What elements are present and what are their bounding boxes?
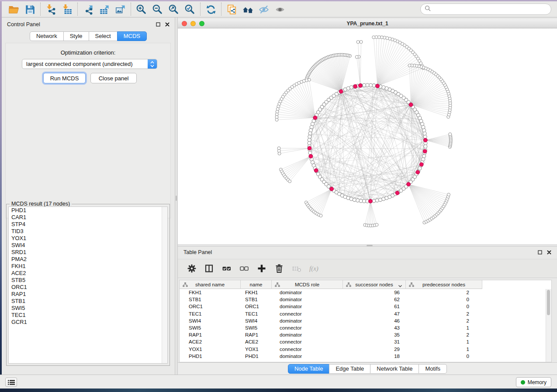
memory-button[interactable]: Memory — [516, 377, 551, 387]
tab-mcds[interactable]: MCDS — [117, 31, 147, 41]
add-row-icon[interactable] — [256, 263, 267, 274]
mcds-result-item[interactable]: PMA2 — [9, 256, 167, 263]
duplicate-network-icon[interactable] — [224, 3, 240, 16]
open-session-icon[interactable] — [6, 3, 22, 16]
mcds-result-item[interactable]: TID3 — [9, 228, 167, 235]
column-header-name[interactable]: name — [241, 280, 272, 289]
select-all-icon[interactable] — [221, 263, 232, 274]
shared-column-icon — [183, 282, 188, 288]
close-panel-icon[interactable] — [547, 248, 551, 256]
zoom-in-icon[interactable] — [133, 3, 149, 16]
list-icon — [8, 380, 15, 385]
control-panel-titlebar: Control Panel — [2, 19, 175, 30]
select-stepper-icon — [148, 59, 157, 69]
tab-style[interactable]: Style — [63, 31, 89, 41]
mcds-result-list[interactable]: PHD1CAR1STP4TID3YOX1SWI4SRD1PMA2FKH1ACE2… — [8, 206, 168, 364]
network-window-titlebar[interactable]: YPA_prune.txt_1 — [178, 19, 557, 28]
table-row[interactable]: STB1STB1dominator620 — [180, 296, 551, 303]
tab-node-table[interactable]: Node Table — [288, 364, 330, 374]
delete-row-icon[interactable] — [274, 263, 284, 274]
float-panel-icon[interactable] — [156, 21, 160, 28]
table-row[interactable]: YOX1YOX1connector291 — [180, 346, 551, 353]
table-row[interactable]: FKH1FKH1dominator962 — [180, 289, 551, 296]
float-panel-icon[interactable] — [538, 248, 542, 256]
tab-network-table[interactable]: Network Table — [370, 364, 419, 374]
export-table-icon[interactable] — [96, 3, 112, 16]
search-field[interactable] — [420, 3, 551, 15]
toolbar-group — [77, 3, 131, 16]
table-row[interactable]: TEC1TEC1connector472 — [180, 310, 551, 317]
close-panel-button[interactable]: Close panel — [90, 73, 137, 83]
column-label: shared name — [195, 282, 225, 287]
tab-motifs[interactable]: Motifs — [419, 364, 447, 374]
tab-edge-table[interactable]: Edge Table — [329, 364, 370, 374]
table-row[interactable]: PHD1PHD1dominator180 — [180, 353, 551, 360]
control-panel-tabs: NetworkStyleSelectMCDS — [2, 31, 175, 41]
mcds-result-item[interactable]: PHD1 — [9, 207, 167, 214]
mcds-result-item[interactable]: GCR1 — [9, 319, 167, 326]
vertical-splitter[interactable] — [175, 17, 178, 375]
import-network-icon[interactable] — [43, 3, 59, 16]
mcds-result-item[interactable]: FKH1 — [9, 263, 167, 270]
cell-predecessor-nodes: 1 — [406, 324, 482, 331]
optimization-select[interactable]: largest connected component (undirected) — [22, 59, 157, 69]
mcds-result-item[interactable]: STB1 — [9, 298, 167, 305]
cell-shared-name: YOX1 — [180, 346, 241, 353]
refresh-layout-icon[interactable] — [203, 3, 219, 16]
tab-select[interactable]: Select — [89, 31, 118, 41]
table-scrollbar-thumb[interactable] — [547, 290, 550, 315]
mcds-result-item[interactable]: YOX1 — [9, 235, 167, 242]
mcds-result-item[interactable]: STB5 — [9, 277, 167, 284]
export-image-icon[interactable] — [112, 3, 128, 16]
column-header-shared-name[interactable]: shared name — [180, 280, 241, 289]
toolbar-group — [3, 3, 40, 16]
mcds-result-item[interactable]: CAR1 — [9, 214, 167, 221]
mcds-result-item[interactable]: ORC1 — [9, 284, 167, 291]
mcds-result-item[interactable]: RAP1 — [9, 291, 167, 298]
cell-name: RAP1 — [241, 331, 272, 338]
mcds-result-item[interactable]: SWI4 — [9, 242, 167, 249]
network-graph[interactable] — [178, 28, 557, 244]
columns-icon[interactable] — [204, 263, 214, 274]
hide-selected-icon[interactable] — [256, 3, 272, 16]
mcds-result-item[interactable]: TEC1 — [9, 312, 167, 319]
close-panel-icon[interactable] — [165, 21, 170, 28]
settings-icon[interactable] — [187, 263, 197, 274]
search-input[interactable] — [433, 6, 547, 13]
shared-column-icon — [346, 282, 351, 288]
import-table-icon[interactable] — [59, 3, 75, 16]
column-header-successor-nodes[interactable]: successor nodes — [343, 280, 406, 289]
show-all-icon[interactable] — [272, 3, 288, 16]
zoom-fit-icon[interactable] — [166, 3, 182, 16]
table-row[interactable]: SWI5SWI5connector431 — [180, 324, 551, 331]
mcds-result-item[interactable]: ACE2 — [9, 270, 167, 277]
toolbar-group — [221, 3, 291, 16]
table-row[interactable]: ACE2ACE2connector311 — [180, 338, 551, 345]
zoom-out-icon[interactable] — [149, 3, 166, 16]
cell-shared-name: RAP1 — [180, 331, 241, 338]
mcds-list-scrollbar[interactable] — [162, 207, 167, 363]
shared-column-icon — [409, 282, 414, 288]
zoom-selected-icon[interactable] — [182, 3, 198, 16]
cell-successor-nodes: 29 — [343, 346, 406, 353]
column-header-mcds-role[interactable]: MCDS role — [272, 280, 343, 289]
export-network-icon[interactable] — [80, 3, 96, 16]
save-session-icon[interactable] — [22, 3, 38, 16]
table-row[interactable]: ORC1ORC1dominator610 — [180, 303, 551, 310]
node-table[interactable]: shared namenameMCDS rolesuccessor nodesp… — [179, 280, 552, 362]
table-scrollbar[interactable] — [546, 289, 551, 362]
network-canvas[interactable] — [178, 28, 557, 244]
tab-network[interactable]: Network — [30, 31, 64, 41]
mcds-result-item[interactable]: SRD1 — [9, 249, 167, 256]
deselect-all-icon[interactable] — [239, 263, 249, 274]
mcds-result-item[interactable]: SWI5 — [9, 305, 167, 312]
status-menu-button[interactable] — [5, 378, 17, 387]
column-header-predecessor-nodes[interactable]: predecessor nodes — [406, 280, 482, 289]
run-mcds-button[interactable]: Run MCDS — [43, 73, 86, 83]
first-neighbors-icon[interactable] — [240, 3, 256, 16]
mcds-result-item[interactable]: STP4 — [9, 221, 167, 228]
cell-mcds-role: dominator — [272, 331, 343, 338]
table-row[interactable]: SWI4SWI4dominator462 — [180, 317, 551, 324]
table-row[interactable]: RAP1RAP1dominator352 — [180, 331, 551, 338]
column-label: name — [250, 282, 263, 287]
